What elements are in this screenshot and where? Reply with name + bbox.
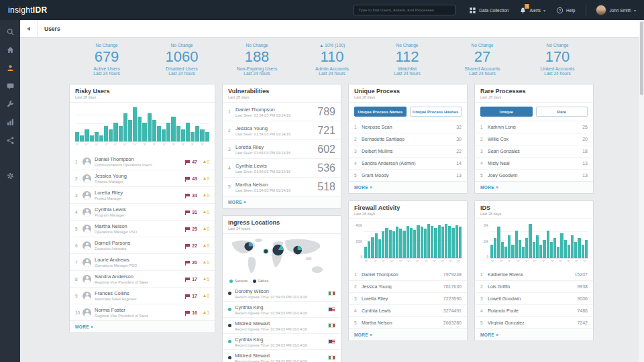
back-button[interactable] <box>20 20 38 38</box>
stat-active-users[interactable]: No Change679Active UsersLast 24 hours <box>69 43 144 76</box>
risky-user-row[interactable]: 10Norma FosterRegional Vice President of… <box>70 304 215 320</box>
risky-user-row[interactable]: 6Darnell ParsonsExecutive Assistant220 <box>70 237 215 254</box>
app-logo[interactable]: insightIDR <box>8 5 47 15</box>
process-name[interactable]: Sean Gonzales <box>488 149 580 154</box>
risky-user-row[interactable]: 7Laurie AndrewsOperations Manager PSO200 <box>70 254 215 271</box>
process-row[interactable]: 4Misty Neal13 <box>475 158 593 170</box>
sidebar-item-users[interactable] <box>3 62 17 76</box>
sidebar-item-reports[interactable] <box>3 116 17 131</box>
user-menu[interactable]: John Smith ▾ <box>596 5 636 15</box>
user-name[interactable]: Lois Griffin <box>488 284 574 289</box>
ingress-row[interactable]: Mildred StewartRecent Ingress Time: 01:5… <box>223 318 341 334</box>
user-name[interactable]: Frances Collins <box>95 290 180 296</box>
risky-user-row[interactable]: 4Cynthia LewisProgram Manager310 <box>70 204 215 221</box>
alerts-button[interactable]: 1 Alerts ▾ <box>519 7 545 14</box>
process-name[interactable]: Bernadette Santiago <box>362 137 453 141</box>
more-link[interactable]: MORE » <box>223 196 341 208</box>
process-row[interactable]: 2Bernadette Santiago30 <box>349 133 467 145</box>
process-name[interactable]: Nexpose Scan <box>362 125 453 129</box>
ids-row[interactable]: 1Katherine Rivera15207 <box>475 269 593 281</box>
vulnerability-row[interactable]: 3Loretta RileyLast Seen: 01:54:03 PM 01/… <box>223 140 341 159</box>
risky-user-row[interactable]: 9Frances CollinsAssociate Sales Engineer… <box>70 288 215 304</box>
process-name[interactable]: Joey Goodwin <box>488 173 580 178</box>
user-name[interactable]: Jessica Young <box>362 284 441 289</box>
user-name[interactable]: Sandra Anderson <box>95 274 180 280</box>
firewall-row[interactable]: 4Cynthia Lewis3274491 <box>349 305 467 317</box>
user-name[interactable]: Martha Nelson <box>235 182 315 188</box>
user-name[interactable]: Cynthia King <box>235 304 328 310</box>
user-name[interactable]: Cynthia Lewis <box>362 308 441 313</box>
user-name[interactable]: Loretta Riley <box>95 190 180 196</box>
user-name[interactable]: Virginia Gonzalez <box>488 320 574 325</box>
stat-disabled-users[interactable]: No Change1060Disabled UsersLast 24 hours <box>144 43 219 76</box>
user-name[interactable]: Lowell Goodwin <box>488 296 574 301</box>
vulnerability-row[interactable]: 4Cynthia LewisLast Seen: 01:54:03 PM 01/… <box>223 159 341 178</box>
sidebar-item-search[interactable] <box>3 25 17 40</box>
sidebar-item-tools[interactable] <box>3 98 17 113</box>
firewall-row[interactable]: 2Jessica Young7617630 <box>349 281 467 293</box>
vulnerability-row[interactable]: 2Jessica YoungLast Seen: 01:54:03 PM 01/… <box>223 121 341 140</box>
vulnerability-row[interactable]: 1Daniel ThompsonLast Seen: 01:54:03 PM 0… <box>223 103 341 121</box>
ingress-row[interactable]: Dorothy WilsonRecent Ingress Time: 01:54… <box>223 286 341 302</box>
process-name[interactable]: Sandra Anderson (Admin) <box>362 161 453 166</box>
process-name[interactable]: Delbert Mullins <box>362 149 453 154</box>
scrollbar-thumb[interactable] <box>640 21 643 95</box>
tab-unique-process-names[interactable]: Unique Process Names <box>354 107 407 117</box>
user-name[interactable]: Cynthia King <box>235 337 328 343</box>
firewall-row[interactable]: 3Loretta Riley7223590 <box>349 293 467 305</box>
user-name[interactable]: Cynthia Lewis <box>95 206 180 213</box>
tab-unique[interactable]: Unique <box>480 107 533 117</box>
stat-non-expiring-users[interactable]: No Change188Non-Expiring UsersLast 24 ho… <box>219 43 294 76</box>
user-name[interactable]: Daniel Thompson <box>235 107 315 113</box>
process-row[interactable]: 3Delbert Mullins22 <box>349 145 467 158</box>
process-name[interactable]: Willie Cox <box>488 137 580 141</box>
process-name[interactable]: Kathryn Long <box>488 125 580 129</box>
ids-row[interactable]: 3Lowell Goodwin9006 <box>475 293 593 305</box>
user-name[interactable]: Martha Nelson <box>362 320 441 325</box>
firewall-row[interactable]: 5Martha Nelson2663280 <box>349 317 467 328</box>
process-row[interactable]: 5Grant Moody13 <box>349 170 467 181</box>
user-name[interactable]: Martha Nelson <box>95 223 180 229</box>
user-name[interactable]: Loretta Riley <box>362 296 441 301</box>
tab-rare[interactable]: Rare <box>536 107 588 117</box>
user-name[interactable]: Daniel Thompson <box>95 156 180 162</box>
user-name[interactable]: Jessica Young <box>235 125 315 131</box>
sidebar-item-home[interactable] <box>3 44 17 58</box>
process-row[interactable]: 5Joey Goodwin13 <box>475 170 593 181</box>
more-link[interactable]: MORE » <box>475 328 593 341</box>
global-search-input[interactable] <box>354 5 455 15</box>
process-row[interactable]: 1Kathryn Long25 <box>475 121 593 133</box>
stat-admin-accounts[interactable]: ▲ 10% (100)110Admin AccountsLast 24 hour… <box>294 43 370 76</box>
ids-row[interactable]: 2Lois Griffin9938 <box>475 281 593 293</box>
user-name[interactable]: Laurie Andrews <box>95 257 180 263</box>
user-name[interactable]: Dorothy Wilson <box>235 288 328 294</box>
data-collection-button[interactable]: Data Collection <box>469 7 508 14</box>
process-name[interactable]: Grant Moody <box>362 173 453 178</box>
more-link[interactable]: MORE » <box>70 320 215 333</box>
risky-user-row[interactable]: 1Daniel ThompsonCommunications Operation… <box>70 154 215 170</box>
more-link[interactable]: MORE » <box>475 181 593 193</box>
firewall-row[interactable]: 1Daniel Thompson7979248 <box>349 269 467 281</box>
user-name[interactable]: Daniel Thompson <box>362 272 441 277</box>
ids-row[interactable]: 5Virginia Gonzalez7242 <box>475 317 593 328</box>
stat-shared-accounts[interactable]: No Change27Shared AccountsLast 24 hours <box>445 43 520 76</box>
ingress-row[interactable]: Cynthia KingRecent Ingress Time: 01:54:0… <box>223 334 341 350</box>
ingress-row[interactable]: Cynthia KingRecent Ingress Time: 01:54:0… <box>223 302 341 318</box>
risky-user-row[interactable]: 3Loretta RileyProject Manager340 <box>70 187 215 204</box>
user-name[interactable]: Jessica Young <box>95 173 180 179</box>
user-name[interactable]: Mildred Stewart <box>235 353 328 359</box>
user-name[interactable]: Norma Foster <box>95 307 180 313</box>
stat-linked-accounts[interactable]: No Change170Linked AccountsLast 24 hours <box>520 43 595 76</box>
process-row[interactable]: 1Nexpose Scan32 <box>349 121 467 133</box>
sidebar-item-connections[interactable] <box>3 134 17 149</box>
vulnerability-row[interactable]: 5Martha NelsonLast Seen: 01:54:03 PM 01/… <box>223 178 341 196</box>
user-name[interactable]: Rolando Poole <box>488 308 574 313</box>
risky-user-row[interactable]: 2Jessica YoungFinance Manager430 <box>70 170 215 187</box>
vertical-scrollbar[interactable] <box>639 20 644 362</box>
ingress-row[interactable]: Mildred StewartRecent Ingress Time: 01:5… <box>223 350 341 362</box>
sidebar-item-messages[interactable] <box>3 80 17 95</box>
sidebar-item-settings[interactable] <box>3 170 17 184</box>
risky-user-row[interactable]: 5Martha NelsonOperations Manager PSO250 <box>70 221 215 237</box>
risky-user-row[interactable]: 8Sandra AndersonRegional Vice President … <box>70 271 215 288</box>
user-name[interactable]: Katherine Rivera <box>488 272 572 277</box>
